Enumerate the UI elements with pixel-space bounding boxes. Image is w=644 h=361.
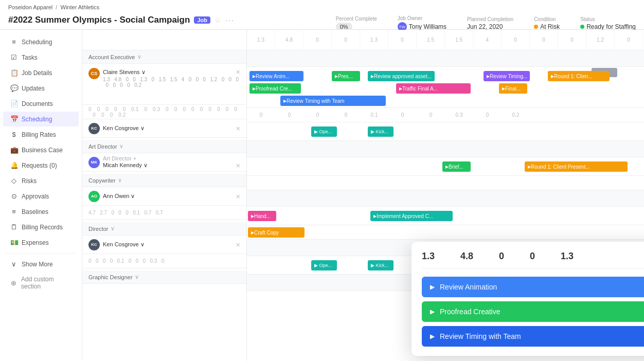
bar-craft-copy[interactable]: Craft Copy <box>248 227 305 238</box>
role-row-art-director: Art Director ∨ <box>82 140 246 153</box>
sidebar-item-requests[interactable]: 🔔 Requests (0) <box>3 158 79 173</box>
person-row-micah: MK Art Director + Micah Kennedy ∨ × <box>82 153 246 172</box>
sidebar-item-billing-records[interactable]: 🗒 Billing Records <box>3 220 79 234</box>
bar-kick-dir[interactable]: ▶ Kick... <box>368 260 393 270</box>
timeline-cell-11: 0 <box>530 30 558 50</box>
timeline-cell-12: 0 <box>558 30 586 50</box>
sidebar-item-business-case[interactable]: 💼 Business Case <box>3 142 79 157</box>
bar-review-timing-claire[interactable]: Review Timing... <box>484 71 530 81</box>
bar-round1-client-pres[interactable]: Round 1: Client Present... <box>525 161 628 172</box>
role-graphic-designer-label: Graphic Designer <box>88 274 133 280</box>
condition-dot <box>534 25 538 29</box>
timeline-cell-7: 1.5 <box>417 30 445 50</box>
bar-proofread-cre[interactable]: Proofread Cre... <box>249 83 301 94</box>
bar-round1-client[interactable]: Round 1: Clien... <box>548 71 610 81</box>
bar-hand[interactable]: Hand... <box>248 211 276 221</box>
bar-traffic-final[interactable]: Traffic Final A... <box>396 83 471 94</box>
sidebar-item-add-custom-label: Add custom section <box>21 276 71 290</box>
sidebar-item-baselines[interactable]: ≡ Baselines <box>3 204 79 219</box>
popup-numbers-row: 1.3 4.8 0 0 1.3 <box>422 251 644 268</box>
bar-implement-approved[interactable]: Implement Approved C... <box>370 211 453 221</box>
person-row-ken-director: KC Ken Cosgrove ∨ × <box>82 236 246 254</box>
ann-close-btn[interactable]: × <box>236 192 240 201</box>
bar-brief[interactable]: Brief... <box>442 161 471 172</box>
ann-numbers-row: 4.7 2.7 0 0 0 0.1 0.7 0.7 <box>82 206 246 220</box>
risks-icon: ◇ <box>10 177 17 185</box>
business-case-icon: 💼 <box>10 146 17 154</box>
bar-pres[interactable]: Pres... <box>332 71 360 81</box>
sidebar-item-baselines-label: Baselines <box>22 208 48 215</box>
more-options-icon[interactable]: ··· <box>225 16 235 24</box>
scheduling-icon: 📅 <box>10 115 17 123</box>
person-row-ken-acct: KC Ken Cosgrove ∨ × <box>82 119 246 138</box>
ken-dir-avatar: KC <box>88 239 100 250</box>
bar-review-timing-team-claire[interactable]: Review Timing with Team <box>280 96 386 106</box>
timeline-cell-2: 4.8 <box>275 30 303 50</box>
timeline-cell-5: 1.3 <box>360 30 388 50</box>
sidebar-item-approvals[interactable]: ⊙ Approvals <box>3 189 79 204</box>
show-more-icon: ∨ <box>10 260 17 268</box>
micah-avatar: MK <box>88 157 100 168</box>
bar-final-orange[interactable]: Final... <box>499 83 527 94</box>
sidebar-item-documents[interactable]: 📄 Documents <box>3 96 79 111</box>
gantt-row-micah: Brief... Round 1: Client Present... <box>247 157 644 176</box>
star-icon[interactable]: ☆ <box>214 16 221 24</box>
bar-kick[interactable]: ▶ Kick... <box>368 127 393 137</box>
sidebar-item-billing-rates[interactable]: $ Billing Rates <box>3 127 79 142</box>
condition-text: At Risk <box>540 23 560 30</box>
role-row-account-executive: Account Executive ∨ <box>82 50 246 64</box>
sidebar-item-show-more[interactable]: ∨ Show More <box>3 257 79 272</box>
sidebar-item-scheduling[interactable]: 📅 Scheduling <box>3 112 79 127</box>
popup-num-5: 1.3 <box>561 251 574 262</box>
gantt-left-header <box>82 30 246 50</box>
role-director-label: Director <box>88 226 109 232</box>
timeline-cell-10: 0 <box>502 30 530 50</box>
sidebar-item-expenses[interactable]: 💵 Expenses <box>3 235 79 250</box>
role-dropdown-icon[interactable]: ∨ <box>137 53 141 60</box>
sidebar-item-risks[interactable]: ◇ Risks <box>3 173 79 188</box>
sidebar-item-tasks-label: Tasks <box>22 54 38 61</box>
ken-acct-close-btn[interactable]: × <box>236 124 240 133</box>
popup-review-timing-btn[interactable]: ▶ Review Timing with Team <box>422 326 644 347</box>
sidebar-item-updates[interactable]: 💬 Updates <box>3 81 79 96</box>
micah-close-btn[interactable]: × <box>236 161 240 170</box>
status-meta: Status Ready for Staffing <box>580 16 636 30</box>
completion-label: Planned Completion <box>467 16 513 22</box>
graphic-designer-dropdown-icon[interactable]: ∨ <box>135 274 139 280</box>
bar-ope[interactable]: ▶ Ope... <box>311 127 337 137</box>
role-art-director-label: Art Director <box>88 143 117 150</box>
popup-review-animation-btn[interactable]: ▶ Review Animation <box>422 277 644 297</box>
ken-dir-close-btn[interactable]: × <box>236 241 240 249</box>
sidebar-item-scheduling-top[interactable]: ≡ Scheduling <box>3 34 79 49</box>
status-text: Ready for Staffing <box>586 23 636 30</box>
gantt-right-panel: 1.3 4.8 0 0 1.3 0 1.5 1.5 4 0 0 0 1.2 0 <box>247 30 644 361</box>
ann-craft-row: Craft Copy <box>247 225 644 240</box>
role-row-graphic-designer: Graphic Designer ∨ <box>82 270 246 284</box>
timeline-cell-14: 0 <box>615 30 643 50</box>
timeline-cell-9: 4 <box>473 30 502 50</box>
bar-ope-dir[interactable]: ▶ Ope... <box>311 260 337 270</box>
art-director-dropdown-icon[interactable]: ∨ <box>119 143 123 150</box>
sidebar-item-scheduling-label: Scheduling <box>22 116 52 123</box>
claire-close-btn[interactable]: × <box>236 68 240 76</box>
timeline-cell-6: 0 <box>388 30 417 50</box>
status-value: Ready for Staffing <box>580 23 636 30</box>
bar-review-approved[interactable]: Review approved asset... <box>368 71 435 81</box>
claire-avatar: CS <box>88 68 100 79</box>
owner-name: Tony Williams <box>409 23 446 30</box>
breadcrumb-company: Poseidon Apparel <box>8 4 52 10</box>
sidebar-item-job-details[interactable]: 📋 Job Details <box>3 65 79 80</box>
copywriter-dropdown-icon[interactable]: ∨ <box>118 177 122 184</box>
popup-proofread-creative-btn[interactable]: ▶ Proofread Creative <box>422 301 644 322</box>
claire-name-row: Claire Stevens ∨ × <box>103 68 240 76</box>
sidebar: ≡ Scheduling ☑ Tasks 📋 Job Details 💬 Upd… <box>0 30 82 361</box>
popup-review-timing-label: Review Timing with Team <box>440 332 521 340</box>
bar-review-anim[interactable]: Review Anim... <box>249 71 303 81</box>
sidebar-item-add-custom[interactable]: ⊕ Add custom section <box>3 272 79 294</box>
director-dropdown-icon[interactable]: ∨ <box>111 225 115 232</box>
ken-dir-numbers-row: 0 0 0 0 0.1 0 0 0 0.3 0 <box>82 254 246 268</box>
expenses-icon: 💵 <box>10 239 17 246</box>
popup-num-2: 4.8 <box>460 251 473 262</box>
sidebar-item-tasks[interactable]: ☑ Tasks <box>3 50 79 65</box>
breadcrumb: Poseidon Apparel / Winter Athletics <box>8 4 99 10</box>
